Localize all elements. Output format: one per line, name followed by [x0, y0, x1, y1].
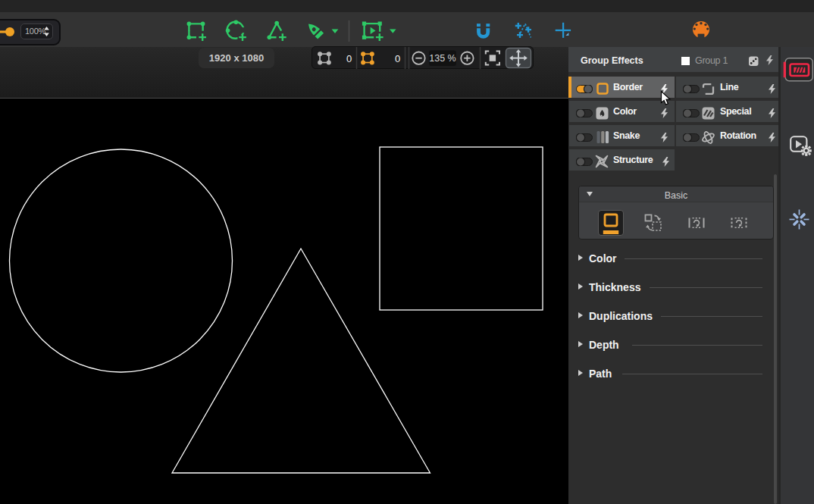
svg-text:0: 0	[395, 53, 400, 64]
svg-text:0: 0	[346, 53, 352, 64]
svg-text:135 %: 135 %	[429, 53, 456, 64]
